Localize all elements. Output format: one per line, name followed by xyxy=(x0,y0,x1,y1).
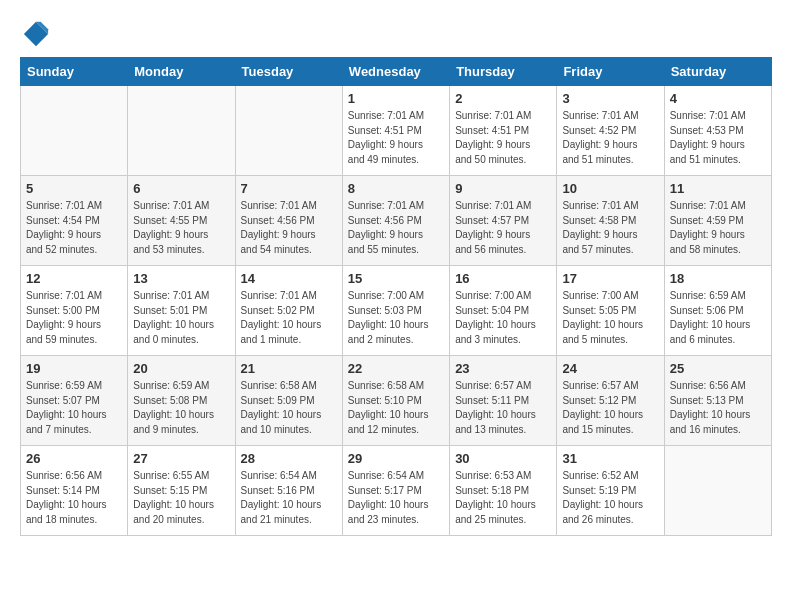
calendar-cell: 13Sunrise: 7:01 AM Sunset: 5:01 PM Dayli… xyxy=(128,266,235,356)
calendar-cell xyxy=(664,446,771,536)
day-info: Sunrise: 6:59 AM Sunset: 5:07 PM Dayligh… xyxy=(26,379,122,437)
day-number: 27 xyxy=(133,451,229,466)
calendar-cell: 9Sunrise: 7:01 AM Sunset: 4:57 PM Daylig… xyxy=(450,176,557,266)
calendar-week-row: 26Sunrise: 6:56 AM Sunset: 5:14 PM Dayli… xyxy=(21,446,772,536)
calendar-cell: 5Sunrise: 7:01 AM Sunset: 4:54 PM Daylig… xyxy=(21,176,128,266)
calendar-cell: 29Sunrise: 6:54 AM Sunset: 5:17 PM Dayli… xyxy=(342,446,449,536)
day-number: 8 xyxy=(348,181,444,196)
day-info: Sunrise: 6:57 AM Sunset: 5:12 PM Dayligh… xyxy=(562,379,658,437)
calendar-week-row: 5Sunrise: 7:01 AM Sunset: 4:54 PM Daylig… xyxy=(21,176,772,266)
calendar-cell: 28Sunrise: 6:54 AM Sunset: 5:16 PM Dayli… xyxy=(235,446,342,536)
day-info: Sunrise: 7:01 AM Sunset: 4:56 PM Dayligh… xyxy=(348,199,444,257)
day-number: 7 xyxy=(241,181,337,196)
calendar-cell: 12Sunrise: 7:01 AM Sunset: 5:00 PM Dayli… xyxy=(21,266,128,356)
calendar-cell: 7Sunrise: 7:01 AM Sunset: 4:56 PM Daylig… xyxy=(235,176,342,266)
calendar-cell: 19Sunrise: 6:59 AM Sunset: 5:07 PM Dayli… xyxy=(21,356,128,446)
day-info: Sunrise: 7:01 AM Sunset: 4:55 PM Dayligh… xyxy=(133,199,229,257)
calendar-cell: 1Sunrise: 7:01 AM Sunset: 4:51 PM Daylig… xyxy=(342,86,449,176)
calendar-cell: 31Sunrise: 6:52 AM Sunset: 5:19 PM Dayli… xyxy=(557,446,664,536)
day-number: 2 xyxy=(455,91,551,106)
calendar-cell: 21Sunrise: 6:58 AM Sunset: 5:09 PM Dayli… xyxy=(235,356,342,446)
calendar-cell: 6Sunrise: 7:01 AM Sunset: 4:55 PM Daylig… xyxy=(128,176,235,266)
calendar-week-row: 1Sunrise: 7:01 AM Sunset: 4:51 PM Daylig… xyxy=(21,86,772,176)
calendar-cell: 10Sunrise: 7:01 AM Sunset: 4:58 PM Dayli… xyxy=(557,176,664,266)
day-number: 25 xyxy=(670,361,766,376)
calendar-cell: 4Sunrise: 7:01 AM Sunset: 4:53 PM Daylig… xyxy=(664,86,771,176)
day-number: 24 xyxy=(562,361,658,376)
day-number: 10 xyxy=(562,181,658,196)
day-number: 31 xyxy=(562,451,658,466)
day-info: Sunrise: 7:00 AM Sunset: 5:04 PM Dayligh… xyxy=(455,289,551,347)
day-number: 9 xyxy=(455,181,551,196)
day-info: Sunrise: 7:01 AM Sunset: 5:01 PM Dayligh… xyxy=(133,289,229,347)
day-info: Sunrise: 7:01 AM Sunset: 4:51 PM Dayligh… xyxy=(455,109,551,167)
calendar-cell: 11Sunrise: 7:01 AM Sunset: 4:59 PM Dayli… xyxy=(664,176,771,266)
page-header xyxy=(20,20,772,47)
calendar-cell: 17Sunrise: 7:00 AM Sunset: 5:05 PM Dayli… xyxy=(557,266,664,356)
calendar-cell: 15Sunrise: 7:00 AM Sunset: 5:03 PM Dayli… xyxy=(342,266,449,356)
calendar-cell: 16Sunrise: 7:00 AM Sunset: 5:04 PM Dayli… xyxy=(450,266,557,356)
day-info: Sunrise: 6:58 AM Sunset: 5:09 PM Dayligh… xyxy=(241,379,337,437)
day-info: Sunrise: 7:01 AM Sunset: 4:52 PM Dayligh… xyxy=(562,109,658,167)
day-info: Sunrise: 7:01 AM Sunset: 5:00 PM Dayligh… xyxy=(26,289,122,347)
day-info: Sunrise: 7:01 AM Sunset: 4:53 PM Dayligh… xyxy=(670,109,766,167)
day-number: 12 xyxy=(26,271,122,286)
header-day-monday: Monday xyxy=(128,58,235,86)
day-info: Sunrise: 7:01 AM Sunset: 4:56 PM Dayligh… xyxy=(241,199,337,257)
calendar-header-row: SundayMondayTuesdayWednesdayThursdayFrid… xyxy=(21,58,772,86)
day-info: Sunrise: 7:01 AM Sunset: 4:54 PM Dayligh… xyxy=(26,199,122,257)
calendar-cell: 26Sunrise: 6:56 AM Sunset: 5:14 PM Dayli… xyxy=(21,446,128,536)
day-info: Sunrise: 6:54 AM Sunset: 5:17 PM Dayligh… xyxy=(348,469,444,527)
day-info: Sunrise: 6:53 AM Sunset: 5:18 PM Dayligh… xyxy=(455,469,551,527)
day-number: 13 xyxy=(133,271,229,286)
day-number: 3 xyxy=(562,91,658,106)
day-number: 20 xyxy=(133,361,229,376)
calendar-cell: 2Sunrise: 7:01 AM Sunset: 4:51 PM Daylig… xyxy=(450,86,557,176)
calendar-cell: 30Sunrise: 6:53 AM Sunset: 5:18 PM Dayli… xyxy=(450,446,557,536)
calendar-cell xyxy=(235,86,342,176)
day-info: Sunrise: 6:54 AM Sunset: 5:16 PM Dayligh… xyxy=(241,469,337,527)
day-number: 16 xyxy=(455,271,551,286)
calendar-cell: 3Sunrise: 7:01 AM Sunset: 4:52 PM Daylig… xyxy=(557,86,664,176)
day-number: 6 xyxy=(133,181,229,196)
day-info: Sunrise: 6:59 AM Sunset: 5:08 PM Dayligh… xyxy=(133,379,229,437)
header-day-wednesday: Wednesday xyxy=(342,58,449,86)
day-number: 1 xyxy=(348,91,444,106)
day-info: Sunrise: 7:00 AM Sunset: 5:05 PM Dayligh… xyxy=(562,289,658,347)
day-info: Sunrise: 7:00 AM Sunset: 5:03 PM Dayligh… xyxy=(348,289,444,347)
calendar-cell: 23Sunrise: 6:57 AM Sunset: 5:11 PM Dayli… xyxy=(450,356,557,446)
day-number: 19 xyxy=(26,361,122,376)
calendar-cell: 8Sunrise: 7:01 AM Sunset: 4:56 PM Daylig… xyxy=(342,176,449,266)
header-day-friday: Friday xyxy=(557,58,664,86)
calendar-cell: 27Sunrise: 6:55 AM Sunset: 5:15 PM Dayli… xyxy=(128,446,235,536)
day-number: 4 xyxy=(670,91,766,106)
svg-marker-0 xyxy=(24,22,48,46)
day-number: 17 xyxy=(562,271,658,286)
day-number: 18 xyxy=(670,271,766,286)
day-info: Sunrise: 7:01 AM Sunset: 4:58 PM Dayligh… xyxy=(562,199,658,257)
day-number: 11 xyxy=(670,181,766,196)
day-info: Sunrise: 7:01 AM Sunset: 4:51 PM Dayligh… xyxy=(348,109,444,167)
day-number: 30 xyxy=(455,451,551,466)
calendar-cell: 18Sunrise: 6:59 AM Sunset: 5:06 PM Dayli… xyxy=(664,266,771,356)
calendar-cell: 14Sunrise: 7:01 AM Sunset: 5:02 PM Dayli… xyxy=(235,266,342,356)
day-info: Sunrise: 7:01 AM Sunset: 5:02 PM Dayligh… xyxy=(241,289,337,347)
day-number: 5 xyxy=(26,181,122,196)
calendar-cell xyxy=(21,86,128,176)
day-info: Sunrise: 6:56 AM Sunset: 5:13 PM Dayligh… xyxy=(670,379,766,437)
header-day-thursday: Thursday xyxy=(450,58,557,86)
day-info: Sunrise: 6:59 AM Sunset: 5:06 PM Dayligh… xyxy=(670,289,766,347)
calendar-table: SundayMondayTuesdayWednesdayThursdayFrid… xyxy=(20,57,772,536)
header-day-sunday: Sunday xyxy=(21,58,128,86)
calendar-week-row: 12Sunrise: 7:01 AM Sunset: 5:00 PM Dayli… xyxy=(21,266,772,356)
day-info: Sunrise: 6:57 AM Sunset: 5:11 PM Dayligh… xyxy=(455,379,551,437)
day-number: 26 xyxy=(26,451,122,466)
day-number: 23 xyxy=(455,361,551,376)
logo-icon xyxy=(22,20,50,48)
calendar-cell: 25Sunrise: 6:56 AM Sunset: 5:13 PM Dayli… xyxy=(664,356,771,446)
logo xyxy=(20,20,50,47)
calendar-cell: 20Sunrise: 6:59 AM Sunset: 5:08 PM Dayli… xyxy=(128,356,235,446)
header-day-tuesday: Tuesday xyxy=(235,58,342,86)
day-number: 28 xyxy=(241,451,337,466)
day-number: 14 xyxy=(241,271,337,286)
